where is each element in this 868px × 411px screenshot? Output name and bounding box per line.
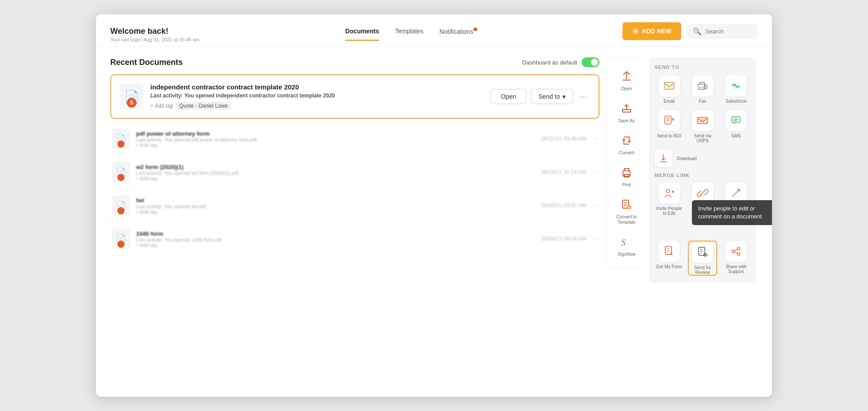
more-options-button[interactable]: ··· <box>578 90 590 103</box>
right-panel: Open Save As <box>607 57 758 256</box>
send-to-roi[interactable]: Send to ROI <box>655 110 683 143</box>
doc-thumb-4: 📄 <box>112 229 130 249</box>
list-item: 📄 w2 form (2020)(1) Last activity: You o… <box>110 156 599 189</box>
action-signnow[interactable]: S SignNow <box>609 230 644 261</box>
add-new-button[interactable]: ⊕ ADD NEW <box>623 22 681 40</box>
doc-thumb-3: 📄 <box>112 195 130 216</box>
send-to-panel: SEND TO Email <box>649 57 756 283</box>
nav-notifications[interactable]: Notifications <box>439 28 477 41</box>
svg-point-2 <box>627 205 631 210</box>
featured-doc-name: independent contractor contract template… <box>150 83 483 91</box>
list-item: 📄 1040 form Last activity: You opened 10… <box>110 222 599 256</box>
print-icon <box>619 165 635 181</box>
download-icon <box>655 149 672 167</box>
dashboard-default: Dashboard as default <box>522 57 599 67</box>
tooltip: Invite people to edit or comment on a do… <box>692 200 772 225</box>
doc-list-info-1: pdf power of attorney form Last activity… <box>136 130 535 148</box>
salesforce-label: Salesforce <box>726 99 747 104</box>
nav-documents[interactable]: Documents <box>345 28 379 41</box>
send-to-salesforce[interactable]: Salesforce <box>722 75 751 104</box>
action-open[interactable]: Open <box>609 65 644 95</box>
search-box: 🔍 <box>687 24 758 39</box>
save-as-icon <box>619 101 635 117</box>
tag-value[interactable]: Quote - Daniel Lowe <box>176 102 231 110</box>
send-to-fax[interactable]: Fax <box>688 75 717 104</box>
send-via-usps[interactable]: Send via USPS <box>688 110 717 143</box>
sms-label: SMS <box>731 133 741 138</box>
usps-label: Send via USPS <box>688 133 717 143</box>
merge-link-divider: MERGE LINK <box>655 173 751 178</box>
send-for-review-icon <box>692 242 713 263</box>
send-to-title: SEND TO <box>655 64 751 70</box>
svg-point-21 <box>732 250 735 253</box>
share-with-support-item[interactable]: Share with Support <box>722 241 751 276</box>
svg-rect-7 <box>704 85 707 89</box>
roi-icon <box>659 110 680 131</box>
send-to-email[interactable]: Email <box>655 75 683 104</box>
list-more-icon-1[interactable]: ··· <box>593 136 598 142</box>
search-input[interactable] <box>705 28 751 35</box>
mini-logo-4 <box>117 241 125 248</box>
send-sms[interactable]: SMS <box>722 110 751 143</box>
plus-icon: ⊕ <box>632 26 639 36</box>
notification-badge <box>474 28 477 31</box>
bottom-actions-grid: Get My Form Send for Review <box>655 241 751 276</box>
get-my-form-label: Get My Form <box>656 264 682 269</box>
open-button[interactable]: Open <box>490 89 526 104</box>
main-area: Recent Documents Dashboard as default 📄 … <box>96 47 772 266</box>
send-to-button[interactable]: Send to ▾ <box>531 89 573 104</box>
chevron-down-icon: ▾ <box>563 93 566 100</box>
list-item: 📄 pdf power of attorney form Last activi… <box>110 122 599 156</box>
download-item[interactable]: Download <box>655 149 751 167</box>
nav: Documents Templates Notifications <box>345 28 477 41</box>
usps-icon <box>692 110 713 131</box>
svg-rect-8 <box>699 87 704 89</box>
action-open-label: Open <box>621 86 632 92</box>
action-print[interactable]: Print <box>609 161 644 191</box>
doc-thumb-1: 📄 <box>112 129 130 149</box>
svg-text:S: S <box>621 238 626 247</box>
svg-point-20 <box>704 254 706 256</box>
nav-templates[interactable]: Templates <box>395 28 424 41</box>
action-convert-label: Convert <box>619 150 634 156</box>
action-convert-template[interactable]: Convert to Template <box>609 193 644 229</box>
roi-label: Send to ROI <box>657 133 681 138</box>
action-print-label: Print <box>622 182 631 188</box>
doc-list-right-1: 08/31/21 03:48 AM ··· <box>541 136 598 142</box>
doc-list-info-2: w2 form (2020)(1) Last activity: You ope… <box>136 164 535 181</box>
send-for-review-item[interactable]: Send for Review <box>688 241 717 276</box>
svg-point-22 <box>737 247 740 250</box>
svg-point-13 <box>701 119 704 122</box>
action-convert[interactable]: Convert <box>609 129 644 159</box>
featured-doc-actions: Open Send to ▾ ··· <box>490 89 590 104</box>
send-for-review-label: Send for Review <box>689 265 716 275</box>
get-my-form-item[interactable]: Get My Form <box>655 241 683 276</box>
svg-rect-4 <box>664 82 674 89</box>
email-icon <box>659 75 680 97</box>
list-more-icon-3[interactable]: ··· <box>593 202 598 209</box>
get-my-form-icon <box>659 241 680 262</box>
brand-logo-icon: S <box>127 98 137 108</box>
invite-people-label: Invite People to Edit <box>655 206 683 216</box>
mini-logo-1 <box>117 141 125 148</box>
send-to-grid-row1: Email Fax <box>655 75 751 104</box>
send-to-grid-row2: Send to ROI Send via USPS <box>655 110 751 143</box>
featured-doc-activity: Last activity: You opened independent co… <box>150 93 483 99</box>
list-more-icon-4[interactable]: ··· <box>593 236 598 242</box>
featured-doc-tag: + Add tag Quote - Daniel Lowe <box>150 102 231 110</box>
convert-icon <box>619 133 635 149</box>
list-more-icon-2[interactable]: ··· <box>593 169 598 175</box>
convert-template-icon <box>619 197 635 213</box>
section-header: Recent Documents Dashboard as default <box>110 57 599 67</box>
doc-list: 📄 pdf power of attorney form Last activi… <box>110 122 599 256</box>
welcome-text: Welcome back! <box>110 27 200 36</box>
section-title: Recent Documents <box>110 58 183 67</box>
dashboard-toggle[interactable] <box>582 57 599 67</box>
doc-list-right-3: 08/30/21 09:02 AM ··· <box>541 202 598 209</box>
download-label: Download <box>677 156 696 161</box>
action-save-as[interactable]: Save As <box>609 97 644 127</box>
doc-thumb-2: 📄 <box>112 162 130 182</box>
invite-people-item[interactable]: Invite People to Edit <box>655 182 683 216</box>
invite-people-icon <box>659 182 680 204</box>
svg-point-16 <box>666 189 670 193</box>
